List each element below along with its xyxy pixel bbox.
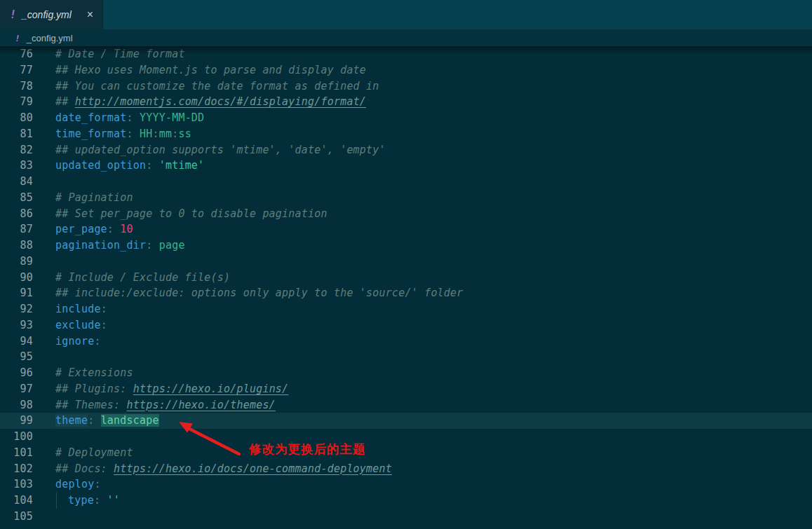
- code-line[interactable]: 80date_format: YYYY-MM-DD: [0, 110, 812, 126]
- line-content: type: '': [33, 493, 812, 509]
- line-number: 95: [0, 349, 33, 365]
- code-line[interactable]: 98## Themes: https://hexo.io/themes/: [0, 397, 812, 413]
- code-token: ## Themes:: [55, 399, 127, 411]
- code-line[interactable]: 104type: '': [0, 493, 812, 509]
- code-token: ## Hexo uses Moment.js to parse and disp…: [55, 64, 366, 76]
- line-content: [33, 254, 812, 270]
- vscode-window: ! _config.yml × ! _config.yml 76# Date /…: [0, 0, 812, 529]
- code-line[interactable]: 92include:: [0, 301, 812, 317]
- yaml-file-icon: !: [10, 8, 16, 21]
- line-number: 93: [0, 317, 33, 334]
- code-token: # Include / Exclude file(s): [55, 271, 230, 284]
- code-editor[interactable]: 76# Date / Time format77## Hexo uses Mom…: [0, 46, 812, 529]
- code-token: :: [107, 223, 120, 235]
- code-line[interactable]: 93exclude:: [0, 317, 812, 334]
- line-number: 85: [0, 190, 33, 206]
- line-content: # Deployment: [33, 445, 812, 461]
- line-number: 86: [0, 206, 33, 222]
- line-number: 78: [0, 78, 33, 95]
- code-token: updated_option: [55, 159, 146, 172]
- code-token: mm: [159, 128, 172, 140]
- code-token: :: [146, 239, 158, 252]
- line-number: 91: [0, 285, 33, 301]
- code-token: :: [127, 128, 140, 140]
- code-token: # Date / Time format: [55, 48, 185, 60]
- tab-bar: ! _config.yml ×: [0, 0, 812, 29]
- line-number: 94: [0, 334, 33, 350]
- code-token: :: [94, 478, 100, 490]
- code-line[interactable]: 96# Extensions: [0, 365, 812, 381]
- code-token: pagination_dir: [55, 239, 146, 252]
- line-content: exclude:: [33, 317, 812, 334]
- code-line[interactable]: 100: [0, 429, 812, 445]
- line-content: # Extensions: [33, 365, 812, 381]
- code-token: include: [55, 303, 101, 315]
- code-line[interactable]: 76# Date / Time format: [0, 46, 812, 62]
- code-token: [56, 493, 68, 509]
- line-content: [33, 174, 812, 190]
- code-line[interactable]: 86## Set per_page to 0 to disable pagina…: [0, 206, 812, 222]
- breadcrumb-filename: _config.yml: [27, 33, 73, 43]
- code-line[interactable]: 103deploy:: [0, 476, 812, 493]
- tab-config-yml[interactable]: ! _config.yml ×: [0, 0, 103, 29]
- code-line[interactable]: 97## Plugins: https://hexo.io/plugins/: [0, 381, 812, 397]
- code-line[interactable]: 85# Pagination: [0, 190, 812, 206]
- line-number: 82: [0, 142, 33, 158]
- close-tab-icon[interactable]: ×: [85, 8, 95, 21]
- line-number: 88: [0, 238, 33, 254]
- line-content: ## Plugins: https://hexo.io/plugins/: [33, 381, 812, 397]
- code-token: exclude: [55, 319, 101, 331]
- line-content: time_format: HH:mm:ss: [33, 126, 812, 142]
- code-line[interactable]: 78## You can customize the date format a…: [0, 78, 812, 95]
- code-token: page: [159, 239, 185, 252]
- line-number: 98: [0, 397, 33, 413]
- code-line[interactable]: 94ignore:: [0, 334, 812, 350]
- line-content: ## updated_option supports 'mtime', 'dat…: [33, 142, 812, 158]
- line-number: 79: [0, 94, 33, 110]
- line-number: 103: [0, 476, 33, 493]
- code-line[interactable]: 105: [0, 509, 812, 525]
- code-token: ignore: [55, 335, 94, 348]
- line-number: 92: [0, 301, 33, 317]
- line-number: 102: [0, 461, 33, 477]
- code-token: :: [152, 128, 158, 140]
- code-token: per_page: [55, 223, 107, 235]
- code-token: ##: [55, 95, 75, 108]
- code-line[interactable]: 89: [0, 254, 812, 270]
- code-line[interactable]: 101# Deployment: [0, 445, 812, 461]
- line-number: 97: [0, 381, 33, 397]
- line-number: 89: [0, 254, 33, 270]
- code-token: https://hexo.io/plugins/: [133, 383, 289, 395]
- code-token: ## Set per_page to 0 to disable paginati…: [55, 207, 327, 220]
- code-token: type: [68, 494, 94, 507]
- code-token: time_format: [55, 128, 127, 140]
- code-line[interactable]: 83updated_option: 'mtime': [0, 158, 812, 174]
- code-line[interactable]: 102## Docs: https://hexo.io/docs/one-com…: [0, 461, 812, 477]
- code-line[interactable]: 91## include:/exclude: options only appl…: [0, 285, 812, 301]
- breadcrumb[interactable]: ! _config.yml: [0, 29, 812, 46]
- code-token: ss: [178, 128, 191, 140]
- code-token: YYYY-MM-DD: [140, 111, 204, 124]
- line-number: 84: [0, 174, 33, 190]
- code-token: ## include:/exclude: options only apply …: [55, 287, 463, 299]
- code-token: https://hexo.io/docs/one-command-deploym…: [114, 462, 392, 475]
- code-token: :: [88, 414, 100, 427]
- code-line[interactable]: 87per_page: 10: [0, 221, 812, 238]
- code-line[interactable]: 84: [0, 174, 812, 190]
- code-line[interactable]: 79## http://momentjs.com/docs/#/displayi…: [0, 94, 812, 110]
- code-token: ## updated_option supports 'mtime', 'dat…: [55, 144, 386, 156]
- line-number: 96: [0, 365, 33, 381]
- code-line[interactable]: 90# Include / Exclude file(s): [0, 270, 812, 286]
- line-number: 80: [0, 110, 33, 126]
- code-token: :: [127, 111, 140, 124]
- code-line[interactable]: 81time_format: HH:mm:ss: [0, 126, 812, 142]
- code-line[interactable]: 82## updated_option supports 'mtime', 'd…: [0, 142, 812, 158]
- code-line[interactable]: 95: [0, 349, 812, 365]
- code-token: HH: [140, 128, 152, 140]
- code-token: date_format: [55, 111, 127, 124]
- line-content: theme: landscape: [33, 413, 812, 429]
- line-number: 76: [0, 46, 33, 62]
- code-line-current[interactable]: 99theme: landscape: [0, 413, 812, 429]
- code-line[interactable]: 88pagination_dir: page: [0, 238, 812, 254]
- code-line[interactable]: 77## Hexo uses Moment.js to parse and di…: [0, 62, 812, 78]
